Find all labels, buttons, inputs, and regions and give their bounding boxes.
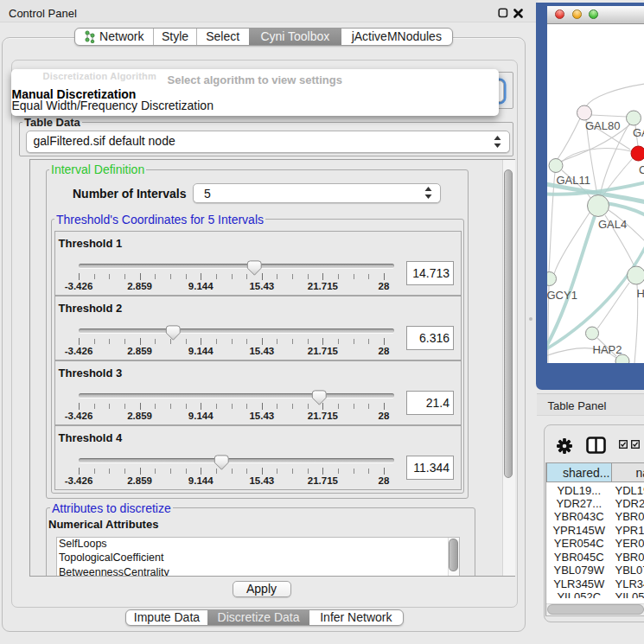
svg-text:HAP2: HAP2	[592, 343, 622, 356]
svg-text:H: H	[636, 287, 644, 300]
svg-text:C: C	[639, 163, 644, 175]
svg-text:GAL80: GAL80	[585, 118, 620, 131]
svg-text:GCY1: GCY1	[547, 289, 577, 302]
svg-text:GA: GA	[633, 126, 644, 139]
svg-text:GAL11: GAL11	[556, 173, 590, 186]
svg-text:GAL4: GAL4	[598, 218, 627, 231]
